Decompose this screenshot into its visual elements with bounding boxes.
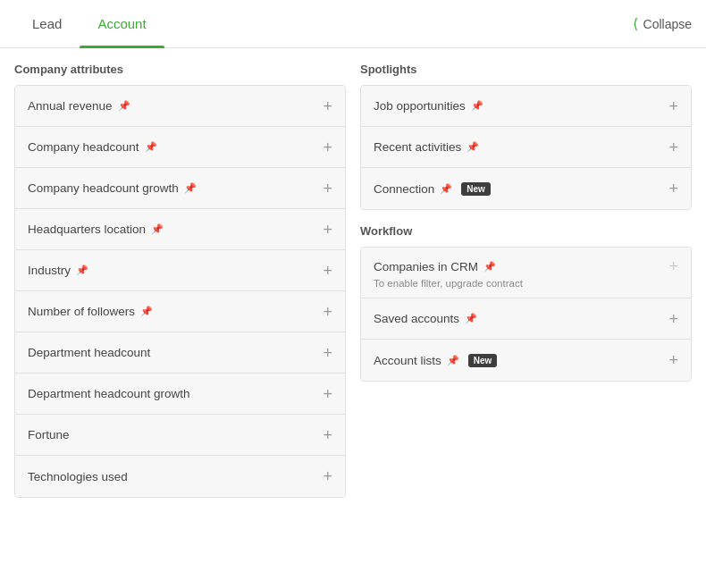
spotlights-list: Job opportunities📌+Recent activities📌+Co… [360,85,692,210]
workflow-title: Workflow [360,224,692,238]
filter-item-label: Saved accounts [374,312,459,325]
tab-lead[interactable]: Lead [14,0,80,48]
filter-item-left: Account lists📌New [374,354,497,367]
add-icon[interactable]: + [668,139,678,155]
filter-item[interactable]: Department headcount+ [15,332,345,374]
add-icon[interactable]: + [323,222,332,238]
right-column: Spotlights Job opportunities📌+Recent act… [360,63,692,498]
filter-item-left: Company headcount📌 [28,140,157,154]
chevron-left-icon: ⟨ [633,15,638,32]
collapse-button[interactable]: ⟨ Collapse [633,15,692,32]
companies-crm-top[interactable]: Companies in CRM📌+ [361,248,691,278]
filter-item-left: Annual revenue📌 [28,99,130,113]
companies-crm-wrapper: Companies in CRM📌+To enable filter, upgr… [361,248,691,298]
add-icon[interactable]: + [668,98,678,114]
filter-item[interactable]: Industry📌+ [15,250,345,291]
add-icon: + [668,258,678,274]
company-attributes-title: Company attributes [14,63,346,76]
filter-item[interactable]: Annual revenue📌+ [15,86,345,127]
add-icon[interactable]: + [323,427,332,443]
pin-icon[interactable]: 📌 [471,100,483,112]
add-icon[interactable]: + [323,181,332,197]
filter-item-label: Annual revenue [28,99,113,113]
header: Lead Account ⟨ Collapse [0,0,706,48]
filter-item-left: Department headcount growth [28,387,190,400]
filter-item-left: Connection📌New [374,182,491,196]
pin-icon[interactable]: 📌 [466,141,479,153]
filter-item[interactable]: Number of followers📌+ [15,291,345,332]
pin-icon[interactable]: 📌 [140,306,153,317]
spotlights-title: Spotlights [360,63,692,76]
filter-item[interactable]: Connection📌New+ [361,168,691,209]
filter-item-label: Account lists [374,354,441,367]
filter-item-left: Headquarters location📌 [28,223,164,236]
add-icon[interactable]: + [668,352,678,368]
filter-item-label: Companies in CRM [374,260,478,273]
pin-icon[interactable]: 📌 [440,183,452,195]
filter-item[interactable]: Technologies used+ [15,456,345,497]
add-icon[interactable]: + [668,181,678,197]
tab-account-label: Account [97,16,146,31]
filter-item[interactable]: Recent activities📌+ [361,127,691,168]
pin-icon[interactable]: 📌 [76,265,88,276]
filter-item-label: Job opportunities [374,99,466,113]
filter-item-label: Company headcount growth [28,181,179,195]
add-icon[interactable]: + [323,263,332,279]
tab-account[interactable]: Account [80,0,164,48]
pin-icon[interactable]: 📌 [184,182,197,194]
left-column: Company attributes Annual revenue📌+Compa… [14,63,346,498]
filter-item-label: Headquarters location [28,223,146,236]
spotlights-section: Spotlights Job opportunities📌+Recent act… [360,63,692,210]
filter-item-label: Department headcount growth [28,387,190,400]
add-icon[interactable]: + [323,139,332,155]
filter-item-left: Technologies used [28,470,128,483]
main-content: Company attributes Annual revenue📌+Compa… [0,48,706,512]
filter-item-label: Number of followers [28,305,135,318]
filter-item-left: Company headcount growth📌 [28,181,197,195]
add-icon[interactable]: + [323,345,332,361]
filter-item-left: Department headcount [28,346,150,359]
pin-icon[interactable]: 📌 [465,313,477,324]
filter-item-label: Fortune [28,428,70,441]
filter-item-label: Department headcount [28,346,150,359]
filter-item-left: Fortune [28,428,70,441]
collapse-label: Collapse [643,17,692,31]
filter-item[interactable]: Saved accounts📌+ [361,298,691,340]
add-icon[interactable]: + [668,311,678,327]
filter-item-left: Companies in CRM📌 [374,260,496,273]
pin-icon[interactable]: 📌 [483,261,496,273]
add-icon[interactable]: + [323,468,332,484]
add-icon[interactable]: + [323,98,332,114]
workflow-section: Workflow Companies in CRM📌+To enable fil… [360,224,692,382]
new-badge: New [468,354,498,367]
pin-icon[interactable]: 📌 [447,355,459,366]
filter-item-label: Company headcount [28,140,139,154]
filter-item[interactable]: Job opportunities📌+ [361,86,691,127]
filter-item-label: Technologies used [28,470,128,483]
filter-item-left: Saved accounts📌 [374,312,477,325]
filter-item-label: Industry [28,264,71,277]
filter-item[interactable]: Company headcount📌+ [15,127,345,168]
filter-item[interactable]: Company headcount growth📌+ [15,168,345,209]
filter-item-label: Recent activities [374,140,461,154]
tab-lead-label: Lead [32,16,62,31]
pin-icon[interactable]: 📌 [118,100,130,112]
filter-item-left: Recent activities📌 [374,140,479,154]
add-icon[interactable]: + [323,386,332,402]
add-icon[interactable]: + [323,304,332,320]
workflow-list: Companies in CRM📌+To enable filter, upgr… [360,247,692,382]
filter-item[interactable]: Account lists📌New+ [361,340,691,381]
filter-item[interactable]: Fortune+ [15,415,345,456]
company-attributes-list: Annual revenue📌+Company headcount📌+Compa… [14,85,346,498]
filter-item-left: Number of followers📌 [28,305,153,318]
pin-icon[interactable]: 📌 [151,223,164,235]
right-sections: Spotlights Job opportunities📌+Recent act… [360,63,692,382]
filter-item-left: Industry📌 [28,264,88,277]
new-badge: New [461,182,491,196]
filter-item[interactable]: Headquarters location📌+ [15,209,345,250]
upgrade-text: To enable filter, upgrade contract [361,278,691,298]
filter-item-left: Job opportunities📌 [374,99,483,113]
pin-icon[interactable]: 📌 [145,141,157,153]
filter-item[interactable]: Department headcount growth+ [15,374,345,415]
filter-item-label: Connection [374,182,434,196]
